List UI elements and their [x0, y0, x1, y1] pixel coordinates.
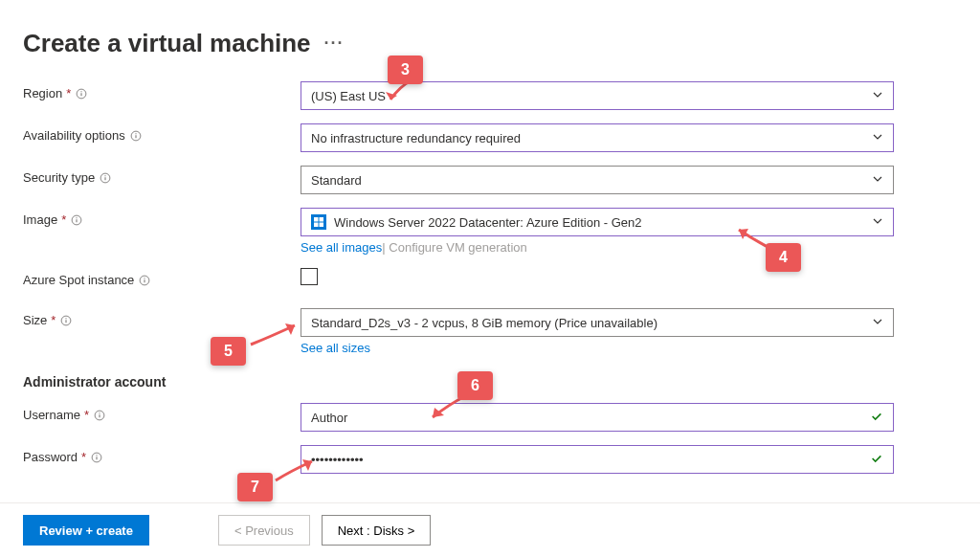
svg-rect-18 [145, 279, 145, 282]
chevron-down-icon [872, 131, 883, 145]
security-value: Standard [311, 173, 872, 188]
svg-rect-12 [314, 217, 319, 222]
image-select[interactable]: Windows Server 2022 Datacenter: Azure Ed… [301, 208, 894, 236]
chevron-down-icon [872, 316, 883, 330]
svg-point-4 [135, 133, 136, 134]
chevron-down-icon [872, 215, 883, 230]
svg-point-23 [99, 412, 100, 413]
image-value: Windows Server 2022 Datacenter: Azure Ed… [334, 215, 872, 230]
check-icon [870, 410, 883, 426]
chevron-down-icon [872, 89, 883, 103]
next-button[interactable]: Next : Disks > [322, 515, 432, 546]
info-icon[interactable] [59, 314, 73, 327]
image-label: Image * [23, 208, 301, 227]
region-select[interactable]: (US) East US [301, 81, 894, 110]
username-value: Author [311, 411, 870, 425]
info-icon[interactable] [90, 451, 103, 464]
size-select[interactable]: Standard_D2s_v3 - 2 vcpus, 8 GiB memory … [301, 308, 894, 337]
chevron-down-icon [872, 173, 883, 188]
svg-point-10 [77, 217, 78, 218]
wizard-footer: Review + create < Previous Next : Disks … [0, 502, 980, 557]
info-icon[interactable] [138, 274, 151, 287]
password-value: •••••••••••• [311, 453, 870, 467]
annotation-callout-7: 7 [237, 473, 273, 501]
availability-label: Availability options [23, 123, 301, 143]
page-title-text: Create a virtual machine [23, 29, 311, 58]
size-label: Size * [23, 308, 301, 327]
svg-rect-24 [100, 414, 100, 417]
page-title: Create a virtual machine ··· [23, 29, 957, 58]
size-value: Standard_D2s_v3 - 2 vcpus, 8 GiB memory … [311, 316, 872, 330]
windows-icon [311, 214, 326, 230]
availability-select[interactable]: No infrastructure redundancy required [301, 123, 894, 152]
configure-vm-generation: Configure VM generation [389, 240, 527, 255]
spot-label: Azure Spot instance [23, 268, 301, 287]
svg-point-7 [105, 175, 106, 176]
admin-account-heading: Administrator account [23, 374, 957, 390]
svg-point-1 [81, 91, 82, 92]
svg-rect-21 [66, 320, 67, 323]
info-icon[interactable] [70, 213, 83, 227]
svg-rect-2 [81, 93, 82, 96]
password-label: Password * [23, 445, 301, 464]
svg-rect-14 [314, 223, 319, 228]
region-label: Region * [23, 81, 301, 100]
info-icon[interactable] [129, 129, 143, 143]
info-icon[interactable] [93, 409, 106, 422]
info-icon[interactable] [75, 87, 88, 100]
region-value: (US) East US [311, 89, 872, 103]
security-select[interactable]: Standard [301, 166, 894, 194]
svg-point-20 [66, 318, 67, 319]
password-input[interactable]: •••••••••••• [301, 445, 894, 474]
info-icon[interactable] [99, 171, 112, 185]
svg-point-26 [97, 455, 98, 456]
security-label: Security type [23, 166, 301, 185]
username-input[interactable]: Author [301, 403, 894, 432]
username-label: Username * [23, 403, 301, 422]
svg-rect-15 [320, 223, 324, 228]
ellipsis-icon[interactable]: ··· [324, 33, 345, 54]
see-all-sizes-link[interactable]: See all sizes [301, 341, 370, 355]
review-create-button[interactable]: Review + create [23, 515, 149, 546]
svg-rect-11 [77, 219, 78, 222]
previous-button: < Previous [218, 515, 310, 546]
spot-checkbox[interactable] [301, 268, 318, 285]
svg-rect-27 [97, 457, 98, 459]
svg-point-17 [145, 278, 145, 278]
svg-rect-13 [320, 217, 324, 222]
see-all-images-link[interactable]: See all images [301, 240, 382, 255]
check-icon [870, 452, 883, 468]
svg-rect-5 [135, 135, 136, 138]
availability-value: No infrastructure redundancy required [311, 131, 872, 145]
svg-rect-8 [105, 177, 106, 180]
